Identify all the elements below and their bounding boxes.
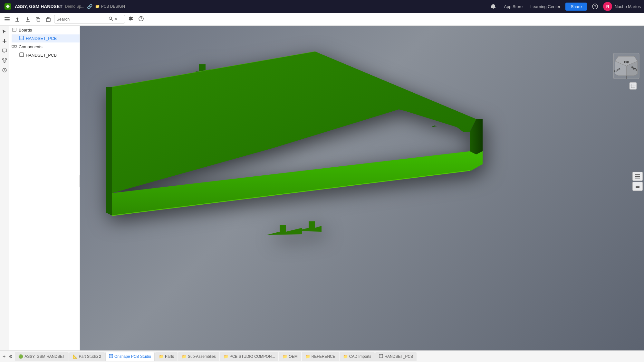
bottom-settings-btn[interactable]: ⚙	[7, 353, 14, 360]
pcb-design-link[interactable]: 📁 PCB DESIGN	[95, 4, 125, 9]
app-logo	[3, 2, 12, 11]
tab-cad-label: CAD Imports	[349, 354, 371, 359]
tab-handset-icon	[379, 354, 383, 359]
svg-rect-5	[5, 21, 10, 21]
sidebar-icon-history[interactable]	[1, 66, 8, 74]
share-button[interactable]: Share	[565, 3, 587, 11]
tab-assy-gsm[interactable]: 🟢 ASSY, GSM HANDSET	[15, 352, 68, 361]
tab-sub-icon: 📁	[182, 354, 187, 359]
main-layout: Boards HANDSET_PCB Components HANDSET_PC…	[0, 26, 644, 350]
tab-sub-label: Sub-Assemblies	[188, 354, 216, 359]
components-icon	[12, 44, 17, 50]
svg-line-18	[3, 60, 5, 61]
download-btn[interactable]	[23, 15, 32, 23]
svg-rect-59	[636, 187, 639, 188]
svg-rect-57	[636, 185, 639, 185]
tab-parts[interactable]: 📁 Parts	[155, 352, 178, 361]
top-header: ASSY, GSM HANDSET Demo Sp... 🔗 📁 PCB DES…	[0, 0, 644, 13]
upload-btn[interactable]	[13, 15, 22, 23]
tab-part-studio-2[interactable]: 📐 Part Studio 2	[69, 352, 105, 361]
tab-ref-label: REFERENCE	[312, 354, 335, 359]
copy-btn[interactable]	[34, 15, 43, 23]
svg-rect-21	[12, 28, 16, 31]
sidebar-icon-assembly[interactable]	[1, 57, 8, 64]
tab-onshape-icon	[109, 354, 113, 359]
svg-rect-6	[37, 18, 40, 21]
svg-rect-58	[636, 186, 639, 187]
tab-cad-imports[interactable]: 📁 CAD Imports	[340, 352, 375, 361]
tab-reference[interactable]: 📁 REFERENCE	[302, 352, 339, 361]
svg-point-16	[5, 59, 6, 60]
svg-rect-54	[635, 174, 640, 175]
svg-rect-8	[47, 17, 49, 19]
search-submit-btn[interactable]	[108, 16, 114, 23]
sidebar-icon-add[interactable]	[1, 37, 8, 45]
svg-rect-3	[5, 17, 10, 18]
svg-point-62	[111, 355, 112, 356]
demo-badge: Demo Sp...	[65, 4, 84, 9]
tab-handset-pcb[interactable]: HANDSET_PCB	[375, 352, 417, 361]
tab-pcb-studio-compon[interactable]: 📁 PCB STUDIO COMPON...	[220, 352, 279, 361]
search-container: ✕	[54, 15, 125, 23]
secondary-toolbar: ✕ ?	[0, 13, 644, 26]
properties-icon-btn[interactable]	[632, 182, 643, 191]
add-tab-btn[interactable]: +	[1, 352, 7, 361]
settings-btn[interactable]	[126, 15, 135, 24]
folder-icon: 📁	[95, 4, 100, 9]
svg-point-66	[380, 355, 381, 356]
svg-point-63	[110, 357, 111, 357]
help-btn[interactable]: ?	[590, 2, 601, 11]
svg-point-64	[111, 357, 112, 357]
header-right-actions: App Store Learning Center Share ? N Nach…	[488, 2, 641, 11]
learning-center-btn[interactable]: Learning Center	[528, 3, 563, 10]
tab-onshape-pcb-studio[interactable]: Onshape PCB Studio	[105, 352, 155, 361]
tab-pcb-comp-label: PCB STUDIO COMPON...	[230, 354, 275, 359]
tree-item-components[interactable]: Components	[9, 42, 80, 51]
paste-btn[interactable]	[44, 15, 53, 23]
app-store-btn[interactable]: App Store	[501, 3, 525, 10]
svg-point-17	[4, 61, 5, 63]
tab-sub-assemblies[interactable]: 📁 Sub-Assemblies	[178, 352, 219, 361]
tree-item-handset-pcb-active[interactable]: HANDSET_PCB	[12, 34, 80, 42]
orientation-cube: Top Front Right	[612, 51, 638, 77]
link-icon: 🔗	[87, 4, 92, 9]
avatar: N	[603, 2, 612, 11]
svg-rect-4	[5, 19, 10, 20]
app-store-label: App Store	[504, 4, 523, 9]
tab-parts-label: Parts	[165, 354, 174, 359]
menu-toggle-btn[interactable]	[3, 15, 12, 23]
svg-marker-34	[431, 125, 437, 127]
sidebar-icon-strip	[0, 26, 9, 350]
tree-item-boards[interactable]: Boards	[9, 26, 80, 34]
tab-oem[interactable]: 📁 OEM	[279, 352, 301, 361]
svg-point-9	[109, 17, 112, 20]
viewport[interactable]: Top Front Right	[80, 26, 644, 350]
sidebar-icon-select[interactable]	[1, 28, 8, 35]
notifications-icon-btn[interactable]	[488, 2, 499, 11]
comp-pcb-icon	[19, 52, 24, 58]
tab-assy-label: ASSY, GSM HANDSET	[24, 354, 65, 359]
svg-point-26	[22, 37, 23, 37]
learning-center-label: Learning Center	[530, 4, 560, 9]
layers-icon-btn[interactable]	[632, 172, 643, 181]
svg-rect-31	[20, 53, 24, 57]
view-cube-btn[interactable]	[629, 82, 637, 91]
tab-ref-icon: 📁	[305, 354, 310, 359]
bottom-tabs: + ⚙ 🟢 ASSY, GSM HANDSET 📐 Part Studio 2 …	[0, 350, 644, 362]
svg-point-27	[20, 39, 21, 39]
tree-item-handset-pcb-comp[interactable]: HANDSET_PCB	[12, 51, 80, 59]
svg-point-25	[20, 37, 21, 37]
right-view-tools	[632, 172, 643, 191]
tab-parts-icon: 📁	[159, 354, 164, 359]
svg-text:?: ?	[140, 17, 142, 21]
pcb-active-icon	[19, 36, 24, 41]
sidebar-icon-comment[interactable]	[1, 47, 8, 55]
toolbar-help-btn[interactable]: ?	[137, 15, 146, 24]
search-input[interactable]	[56, 17, 108, 22]
tab-handset-label: HANDSET_PCB	[384, 354, 413, 359]
svg-marker-35	[267, 225, 302, 235]
search-clear-btn[interactable]: ✕	[114, 16, 119, 22]
tab-onshape-label: Onshape PCB Studio	[114, 354, 151, 359]
svg-text:Top: Top	[624, 60, 629, 63]
svg-point-61	[110, 355, 111, 356]
